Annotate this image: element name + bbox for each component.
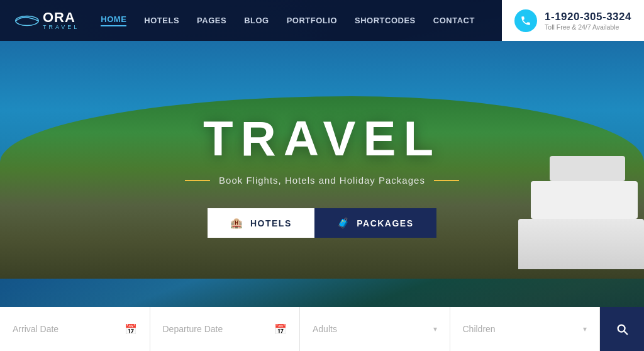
children-label: Children [463, 324, 579, 334]
packages-icon: 🧳 [337, 217, 351, 229]
hero-title: TRAVEL [203, 110, 441, 167]
hero-subtitle: Book Flights, Hotels and Holiday Package… [219, 175, 425, 186]
nav-blog[interactable]: BLOG [244, 16, 269, 25]
hero-content: TRAVEL Book Flights, Hotels and Holiday … [0, 41, 644, 351]
adults-chevron-icon: ▾ [433, 325, 437, 333]
hero-section: ORA TRAVEL HOME HOTELS PAGES BLOG PORTFO… [0, 0, 644, 351]
logo[interactable]: ORA TRAVEL [0, 11, 94, 30]
nav-links: HOME HOTELS PAGES BLOG PORTFOLIO SHORTCO… [94, 14, 502, 26]
logo-shape [15, 14, 39, 28]
nav-shortcodes[interactable]: SHORTCODES [355, 16, 416, 25]
hotels-icon: 🏨 [230, 217, 244, 229]
tab-packages[interactable]: 🧳 PACKAGES [314, 208, 436, 238]
adults-select[interactable]: Adults ▾ [300, 307, 450, 351]
search-button[interactable] [600, 307, 644, 351]
tab-hotels[interactable]: 🏨 HOTELS [208, 208, 314, 238]
tab-packages-label: PACKAGES [357, 218, 413, 228]
departure-label: Departure Date [163, 324, 267, 334]
nav-home[interactable]: HOME [101, 14, 126, 26]
navbar: ORA TRAVEL HOME HOTELS PAGES BLOG PORTFO… [0, 0, 644, 41]
children-chevron-icon: ▾ [583, 325, 587, 333]
logo-icon [15, 14, 39, 28]
phone-number: 1-1920-305-3324 [545, 11, 631, 23]
adults-label: Adults [313, 324, 428, 334]
tabs: 🏨 HOTELS 🧳 PACKAGES [208, 208, 436, 238]
phone-icon [514, 9, 537, 32]
arrival-field[interactable]: Arrival Date 📅 [0, 307, 150, 351]
calendar-icon-arrival: 📅 [125, 323, 137, 335]
hero-subtitle-wrap: Book Flights, Hotels and Holiday Package… [185, 175, 459, 186]
departure-field[interactable]: Departure Date 📅 [150, 307, 301, 351]
nav-portfolio[interactable]: PORTFOLIO [287, 16, 337, 25]
calendar-icon-departure: 📅 [274, 323, 287, 335]
logo-text: ORA TRAVEL [43, 11, 79, 30]
contact-block: 1-1920-305-3324 Toll Free & 24/7 Availab… [502, 0, 644, 41]
nav-pages[interactable]: PAGES [197, 16, 226, 25]
subtitle-line-right [434, 180, 459, 181]
tab-hotels-label: HOTELS [250, 218, 292, 228]
contact-info: 1-1920-305-3324 Toll Free & 24/7 Availab… [545, 11, 631, 31]
search-icon [615, 322, 629, 336]
phone-sub: Toll Free & 24/7 Available [545, 23, 631, 31]
logo-brand: ORA [43, 11, 79, 25]
phone-svg [520, 15, 531, 26]
logo-sub: TRAVEL [43, 25, 79, 30]
arrival-label: Arrival Date [13, 324, 117, 334]
nav-hotels[interactable]: HOTELS [144, 16, 179, 25]
search-bar: Arrival Date 📅 Departure Date 📅 Adults ▾… [0, 307, 644, 351]
subtitle-line-left [185, 180, 210, 181]
nav-contact[interactable]: CONTACT [433, 16, 475, 25]
children-select[interactable]: Children ▾ [450, 307, 601, 351]
